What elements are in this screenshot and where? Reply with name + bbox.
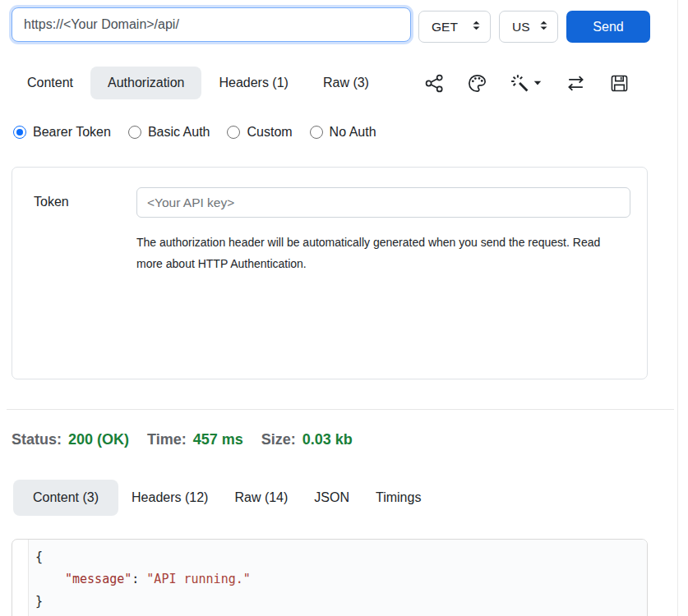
size-label: Size: xyxy=(261,431,296,448)
token-input[interactable] xyxy=(136,187,630,218)
token-label: Token xyxy=(34,195,69,209)
share-icon xyxy=(425,74,444,93)
request-tabs: Content Authorization Headers (1) Raw (3… xyxy=(10,67,386,99)
radio-unselected-icon xyxy=(128,126,141,139)
magic-wand-icon xyxy=(510,74,529,93)
response-status: Status: 200 (OK) Time: 457 ms Size: 0.03… xyxy=(12,430,371,449)
token-help-text: The authorization header will be automat… xyxy=(136,232,623,274)
radio-selected-icon xyxy=(13,126,26,139)
json-key: "message" xyxy=(65,572,132,586)
resp-tab-headers[interactable]: Headers (12) xyxy=(118,480,221,516)
resp-tab-json[interactable]: JSON xyxy=(301,480,362,516)
auth-type-radios: Bearer Token Basic Auth Custom No Auth xyxy=(13,123,376,141)
method-select[interactable]: GET xyxy=(418,11,491,43)
json-line-message: "message": "API running." xyxy=(35,568,647,591)
radio-custom[interactable]: Custom xyxy=(227,125,292,140)
region-select[interactable]: US xyxy=(499,11,558,43)
json-line-open: { xyxy=(35,546,647,568)
region-select-value: US xyxy=(512,20,530,34)
size-value: 0.03 kb xyxy=(302,431,353,448)
tab-authorization[interactable]: Authorization xyxy=(90,67,201,99)
palette-button[interactable] xyxy=(468,74,487,93)
radio-no-auth[interactable]: No Auth xyxy=(310,125,376,140)
radio-bearer-token[interactable]: Bearer Token xyxy=(13,125,111,140)
json-line-close: } xyxy=(35,591,647,613)
scrollbar-gutter xyxy=(677,0,678,616)
status-value: 200 (OK) xyxy=(68,431,129,448)
magic-wand-button[interactable] xyxy=(510,74,542,93)
palette-icon xyxy=(468,74,487,93)
url-input[interactable] xyxy=(12,7,411,42)
divider xyxy=(7,409,674,410)
send-button[interactable]: Send xyxy=(566,11,650,43)
resp-tab-timings[interactable]: Timings xyxy=(362,480,434,516)
resp-tab-raw[interactable]: Raw (14) xyxy=(221,480,301,516)
time-value: 457 ms xyxy=(193,431,243,448)
radio-unselected-icon xyxy=(227,126,240,139)
response-body-panel: { "message": "API running." } xyxy=(12,539,648,616)
swap-arrows-icon xyxy=(566,74,586,93)
tab-content[interactable]: Content xyxy=(10,67,90,99)
token-panel: Token The authorization header will be a… xyxy=(12,167,648,379)
radio-basic-auth[interactable]: Basic Auth xyxy=(128,125,210,140)
time-label: Time: xyxy=(147,431,187,448)
select-arrows-icon xyxy=(472,20,481,34)
save-icon xyxy=(610,74,629,93)
tab-raw[interactable]: Raw (3) xyxy=(306,67,386,99)
response-json[interactable]: { "message": "API running." } xyxy=(28,540,647,616)
caret-down-icon xyxy=(533,80,542,86)
swap-arrows-button[interactable] xyxy=(566,74,586,93)
resp-tab-content[interactable]: Content (3) xyxy=(13,480,118,516)
status-label: Status: xyxy=(12,431,62,448)
json-separator: : xyxy=(132,572,146,586)
radio-unselected-icon xyxy=(310,126,323,139)
json-value: "API running." xyxy=(146,572,250,586)
select-arrows-icon xyxy=(539,20,548,34)
share-button[interactable] xyxy=(425,74,444,93)
tab-headers[interactable]: Headers (1) xyxy=(201,67,305,99)
method-select-value: GET xyxy=(432,20,458,34)
toolbar-icons xyxy=(425,67,629,99)
response-tabs: Content (3) Headers (12) Raw (14) JSON T… xyxy=(13,480,434,516)
save-button[interactable] xyxy=(610,74,629,93)
